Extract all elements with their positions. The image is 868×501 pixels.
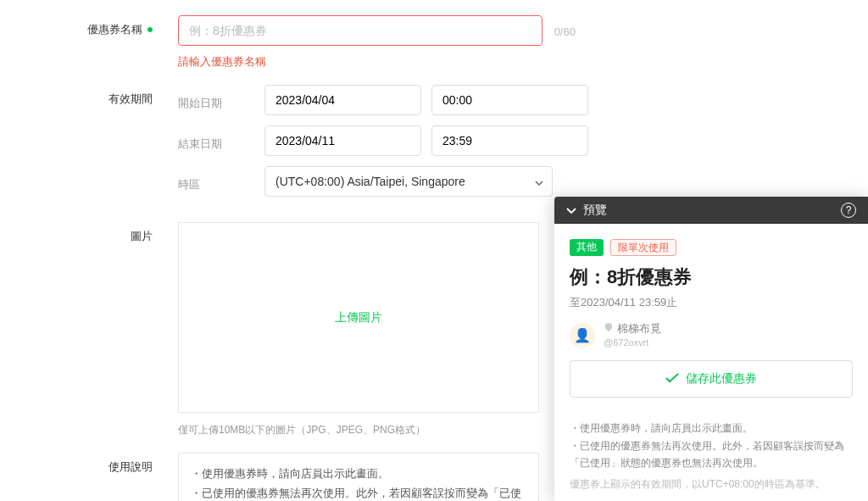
name-error-message: 請輸入優惠券名稱 [178, 54, 868, 70]
tz-sublabel: 時區 [178, 170, 254, 192]
store-handle: @672oxvrt [604, 337, 661, 348]
store-name-text: 棉梯布覓 [617, 322, 661, 337]
image-label: 圖片 [0, 222, 178, 244]
preview-panel: 預覽 ? 其他 限單次使用 例：8折優惠券 至2023/04/11 23:59止… [554, 197, 868, 501]
preview-tz-note: 優惠券上顯示的有效期間，以UTC+08:00的時區為基準。 [570, 476, 853, 493]
desc-label-text: 使用說明 [108, 459, 153, 475]
save-coupon-button[interactable]: 儲存此優惠券 [570, 360, 853, 398]
name-field: 0/60 請輸入優惠券名稱 [178, 15, 868, 70]
timezone-select[interactable]: (UTC+08:00) Asia/Taipei, Singapore [264, 166, 553, 197]
validity-field: 開始日期 結束日期 時區 (UTC+08:00) Asia/Taipei, Si… [178, 85, 868, 207]
name-char-counter: 0/60 [554, 25, 576, 38]
end-date-input[interactable] [264, 125, 421, 156]
preview-valid-until: 至2023/04/11 23:59止 [570, 295, 853, 310]
preview-coupon-title: 例：8折優惠券 [570, 264, 853, 290]
timezone-value: (UTC+08:00) Asia/Taipei, Singapore [275, 175, 465, 188]
start-date-row: 開始日期 [178, 85, 868, 115]
save-coupon-label: 儲存此優惠券 [686, 371, 757, 387]
upload-image-text: 上傳圖片 [335, 310, 382, 326]
chevron-down-icon[interactable] [566, 203, 576, 217]
help-icon[interactable]: ? [841, 203, 856, 218]
timezone-row: 時區 (UTC+08:00) Asia/Taipei, Singapore [178, 166, 868, 197]
required-dot-icon [147, 27, 153, 32]
description-textarea[interactable]: ・使用優惠券時，請向店員出示此畫面。 ・已使用的優惠券無法再次使用。此外，若因顧… [178, 453, 539, 501]
checkmark-icon [665, 372, 679, 386]
name-label: 優惠券名稱 [0, 15, 178, 37]
store-row: 👤 棉梯布覓 @672oxvrt [570, 322, 853, 348]
preview-notes: ・使用優惠券時，請向店員出示此畫面。 ・已使用的優惠券無法再次使用。此外，若因顧… [554, 420, 868, 501]
preview-header-title: 預覽 [583, 203, 607, 218]
validity-label: 有效期間 [0, 85, 178, 107]
preview-body: 其他 限單次使用 例：8折優惠券 至2023/04/11 23:59止 👤 棉梯… [554, 224, 868, 420]
preview-header: 預覽 ? [554, 197, 868, 224]
end-date-row: 結束日期 [178, 125, 868, 156]
store-name: 棉梯布覓 [604, 322, 661, 337]
coupon-name-input[interactable] [178, 15, 542, 46]
store-avatar: 👤 [570, 323, 595, 348]
desc-line-2: ・已使用的優惠券無法再次使用。此外，若因顧客誤按而變為「已使用」狀態的優惠券也無… [191, 483, 526, 501]
end-time-input[interactable] [431, 125, 588, 156]
start-time-input[interactable] [431, 85, 588, 115]
tag-category: 其他 [570, 239, 604, 256]
preview-header-left: 預覽 [566, 203, 607, 218]
preview-note-1: ・使用優惠券時，請向店員出示此畫面。 [570, 420, 853, 437]
start-sublabel: 開始日期 [178, 89, 254, 111]
start-date-input[interactable] [264, 85, 421, 115]
shield-icon [604, 322, 614, 337]
desc-line-1: ・使用優惠券時，請向店員出示此畫面。 [191, 464, 526, 483]
desc-label: 使用說明 [0, 453, 178, 475]
end-sublabel: 結束日期 [178, 130, 254, 152]
tag-usage-limit: 限單次使用 [610, 239, 676, 256]
chevron-down-icon [535, 175, 543, 188]
upload-image-box[interactable]: 上傳圖片 [178, 222, 539, 413]
name-label-text: 優惠券名稱 [87, 22, 142, 37]
image-label-text: 圖片 [131, 229, 153, 244]
store-meta: 棉梯布覓 @672oxvrt [604, 322, 661, 348]
row-validity: 有效期間 開始日期 結束日期 時區 (UTC+08:00) Asia/Taipe… [0, 85, 868, 207]
row-name: 優惠券名稱 0/60 請輸入優惠券名稱 [0, 15, 868, 70]
preview-tags: 其他 限單次使用 [570, 239, 853, 256]
preview-note-2: ・已使用的優惠券無法再次使用。此外，若因顧客誤按而變為「已使用」狀態的優惠券也無… [570, 437, 853, 472]
validity-label-text: 有效期間 [108, 92, 153, 107]
